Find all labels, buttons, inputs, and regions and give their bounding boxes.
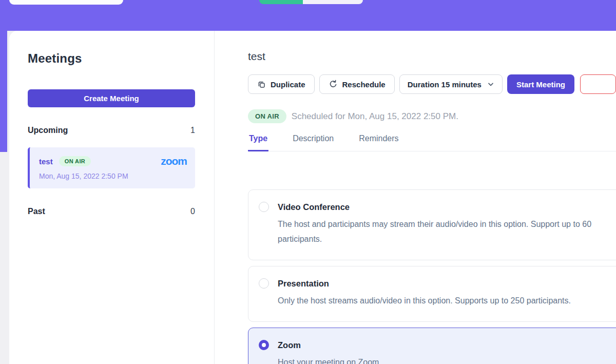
- tab-description[interactable]: Description: [292, 134, 335, 151]
- meeting-status-row: ON AIR Scheduled for Mon, Aug 15, 2022 2…: [248, 109, 616, 123]
- duplicate-button[interactable]: Duplicate: [248, 74, 315, 94]
- progress-done-segment: [259, 0, 303, 4]
- start-meeting-button[interactable]: Start Meeting: [507, 74, 574, 94]
- detail-tabs: Type Description Reminders: [248, 134, 616, 151]
- meeting-item-header: test ON AIR zoom: [39, 155, 187, 167]
- radio-unchecked-icon[interactable]: [259, 202, 269, 212]
- create-meeting-button[interactable]: Create Meeting: [28, 89, 195, 107]
- scheduled-text: Scheduled for Mon, Aug 15, 2022 2:50 PM.: [292, 111, 458, 122]
- option-content: Presentation Only the host streams audio…: [278, 278, 571, 308]
- tab-type[interactable]: Type: [248, 134, 268, 151]
- option-title: Presentation: [278, 278, 571, 289]
- delete-button-cutoff[interactable]: [580, 74, 616, 94]
- option-content: Zoom Host your meeting on Zoom: [278, 339, 379, 364]
- onair-badge: ON AIR: [59, 156, 91, 166]
- option-title: Zoom: [278, 339, 379, 351]
- page-title: Meetings: [28, 51, 195, 66]
- option-description: Only the host streams audio/video in thi…: [278, 293, 571, 308]
- progress-bar-cutoff: [259, 0, 363, 4]
- meeting-title: test: [248, 50, 616, 63]
- option-description: The host and participants may stream the…: [278, 217, 616, 246]
- option-zoom[interactable]: Zoom Host your meeting on Zoom: [248, 328, 616, 364]
- past-label: Past: [28, 207, 45, 216]
- option-content: Video Conference The host and participan…: [278, 201, 616, 246]
- reschedule-label: Reschedule: [342, 80, 386, 89]
- radio-checked-icon[interactable]: [259, 340, 269, 350]
- sidebar-purple-strip: [0, 0, 7, 152]
- upcoming-section-header[interactable]: Upcoming 1: [28, 126, 195, 135]
- onair-status-badge: ON AIR: [248, 109, 286, 123]
- app-header-band: [0, 0, 616, 31]
- duration-value: Duration 15 minutes: [408, 80, 482, 89]
- meeting-type-options: Video Conference The host and participan…: [248, 189, 616, 364]
- option-presentation[interactable]: Presentation Only the host streams audio…: [248, 266, 616, 322]
- past-section-header[interactable]: Past 0: [28, 207, 195, 216]
- duration-select[interactable]: Duration 15 minutes: [399, 74, 503, 94]
- meeting-name: test: [39, 157, 53, 166]
- meetings-card: Meetings Create Meeting Upcoming 1 test …: [9, 31, 616, 364]
- reschedule-button[interactable]: Reschedule: [319, 74, 395, 94]
- radio-unchecked-icon[interactable]: [259, 278, 269, 289]
- meeting-list-item[interactable]: test ON AIR zoom Mon, Aug 15, 2022 2:50 …: [28, 147, 195, 188]
- chevron-down-icon: [487, 80, 495, 88]
- upcoming-count: 1: [190, 126, 195, 135]
- past-count: 0: [190, 207, 195, 216]
- refresh-icon: [329, 80, 338, 89]
- meetings-sidebar: Meetings Create Meeting Upcoming 1 test …: [9, 31, 215, 364]
- tab-reminders[interactable]: Reminders: [358, 134, 399, 151]
- option-title: Video Conference: [278, 201, 616, 213]
- topbar-cutoff-element: [9, 0, 123, 5]
- copy-icon: [257, 80, 266, 89]
- meeting-detail-pane: test Duplicate Reschedul: [215, 31, 616, 364]
- meeting-datetime: Mon, Aug 15, 2022 2:50 PM: [39, 172, 187, 180]
- action-toolbar: Duplicate Reschedule Duration 15 minutes: [248, 74, 616, 94]
- duplicate-label: Duplicate: [271, 80, 305, 89]
- progress-rest-segment: [303, 0, 363, 4]
- option-video-conference[interactable]: Video Conference The host and participan…: [248, 189, 616, 260]
- option-description: Host your meeting on Zoom: [278, 355, 379, 364]
- upcoming-label: Upcoming: [28, 126, 68, 135]
- zoom-provider-logo: zoom: [161, 155, 187, 167]
